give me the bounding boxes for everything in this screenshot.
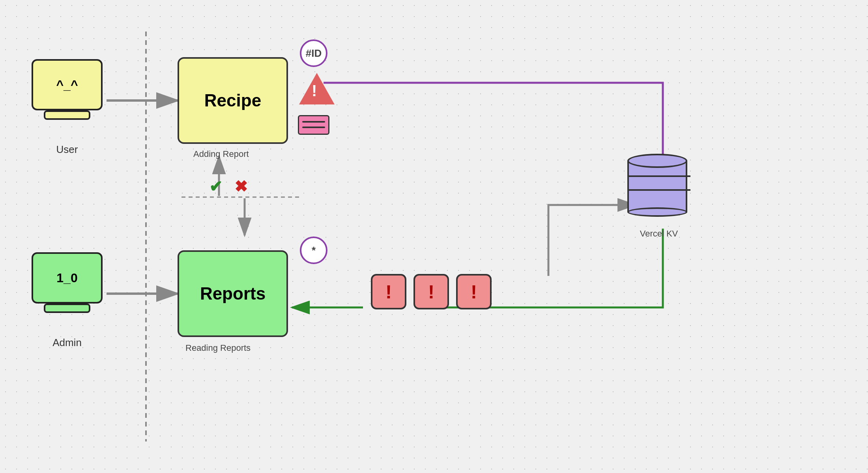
admin-face: 1_0 — [56, 271, 77, 285]
user-face: ^_^ — [56, 78, 78, 92]
user-monitor: ^_^ — [32, 59, 103, 110]
reports-sublabel: Reading Reports — [185, 343, 251, 353]
reports-label: Reports — [200, 284, 266, 304]
recipe-sublabel: Adding Report — [193, 149, 249, 159]
admin-label: Admin — [52, 337, 82, 349]
wildcard-label: * — [312, 244, 316, 257]
admin-monitor: 1_0 — [32, 252, 103, 304]
id-label: #ID — [306, 47, 322, 60]
exclaim-3: ! — [471, 281, 477, 303]
user-actor: ^_^ User — [32, 59, 103, 156]
id-circle-icon: #ID — [300, 39, 327, 67]
database: Vercel KV — [627, 154, 690, 239]
user-label: User — [56, 143, 78, 156]
pink-lines-icon — [298, 115, 329, 135]
wildcard-circle-icon: * — [300, 236, 327, 264]
reports-box: Reports — [178, 250, 288, 337]
exclaim-box-1: ! — [371, 274, 406, 309]
exclaim-box-2: ! — [413, 274, 449, 309]
check-mark: ✔ — [209, 177, 223, 196]
recipe-label: Recipe — [204, 91, 261, 110]
exclaim-2: ! — [428, 281, 434, 303]
admin-actor: 1_0 Admin — [32, 252, 103, 349]
recipe-box: Recipe — [178, 57, 288, 144]
exclaim-1: ! — [385, 281, 392, 303]
x-mark: ✖ — [234, 177, 248, 196]
db-label: Vercel KV — [640, 229, 678, 239]
exclaim-box-3: ! — [456, 274, 492, 309]
